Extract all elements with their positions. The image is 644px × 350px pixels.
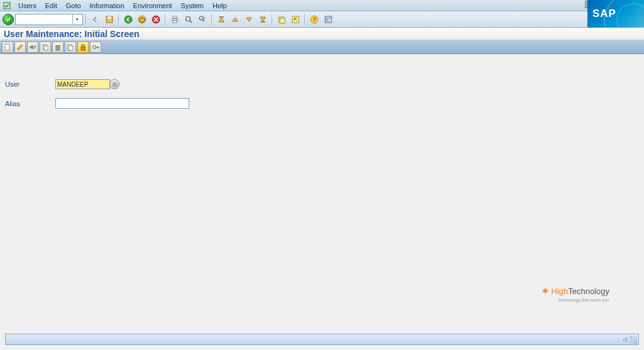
shortcut-button[interactable] bbox=[289, 13, 302, 26]
svg-text:✓: ✓ bbox=[35, 43, 36, 47]
status-expand-icon[interactable]: ◁ bbox=[623, 336, 627, 342]
transaction-title: User Maintenance: Initial Screen bbox=[0, 28, 644, 40]
separator bbox=[165, 14, 166, 25]
svg-rect-25 bbox=[5, 44, 9, 50]
help-button[interactable]: ? bbox=[308, 13, 321, 26]
svg-line-10 bbox=[190, 21, 192, 23]
content-area: User Alias ✶ HighTechnology Technology t… bbox=[0, 54, 644, 331]
alias-input[interactable] bbox=[55, 98, 189, 109]
svg-point-3 bbox=[125, 16, 132, 23]
delete-button[interactable] bbox=[52, 41, 64, 53]
separator bbox=[272, 14, 273, 25]
command-field[interactable] bbox=[16, 15, 72, 24]
change-button[interactable] bbox=[14, 41, 26, 53]
svg-point-37 bbox=[93, 45, 96, 48]
display-button[interactable]: ✓ bbox=[27, 41, 38, 53]
last-page-button[interactable] bbox=[257, 13, 269, 26]
lock-unlock-button[interactable] bbox=[77, 41, 89, 53]
user-search-help-button[interactable] bbox=[109, 79, 119, 89]
menu-environment[interactable]: Environment bbox=[129, 2, 177, 9]
watermark-tagline: Technology that touch you bbox=[558, 298, 609, 302]
separator bbox=[304, 14, 306, 25]
menu-information[interactable]: Information bbox=[86, 2, 129, 9]
user-input[interactable] bbox=[55, 79, 110, 89]
command-dropdown[interactable]: ▾ bbox=[72, 14, 81, 25]
svg-rect-24 bbox=[326, 21, 329, 21]
menu-help[interactable]: Help bbox=[208, 2, 231, 9]
svg-point-11 bbox=[199, 16, 203, 20]
menu-bar: Users Edit Goto Information Environment … bbox=[0, 0, 644, 11]
back-nav-button[interactable] bbox=[122, 13, 135, 26]
resize-grip[interactable] bbox=[630, 336, 637, 344]
application-toolbar: ✓ bbox=[0, 40, 644, 54]
svg-text:?: ? bbox=[313, 16, 316, 23]
svg-rect-30 bbox=[56, 46, 60, 50]
watermark-text: HighTechnology bbox=[551, 287, 609, 296]
create-button[interactable] bbox=[2, 41, 13, 53]
svg-rect-31 bbox=[55, 45, 60, 46]
separator bbox=[86, 14, 87, 25]
svg-rect-17 bbox=[280, 18, 285, 23]
user-field-row: User bbox=[5, 79, 639, 89]
svg-line-12 bbox=[203, 19, 205, 21]
cancel-button[interactable] bbox=[150, 13, 162, 26]
find-button[interactable] bbox=[182, 13, 195, 26]
status-bar: ◁ bbox=[5, 334, 639, 345]
command-field-wrapper: ▾ bbox=[15, 14, 83, 25]
exit-button[interactable] bbox=[136, 13, 148, 26]
standard-toolbar: ▾ + ? bbox=[0, 11, 644, 28]
separator bbox=[118, 14, 119, 25]
svg-rect-7 bbox=[173, 16, 177, 18]
svg-rect-8 bbox=[173, 21, 177, 23]
title-text: User Maintenance: Initial Screen bbox=[4, 29, 140, 39]
menu-edit[interactable]: Edit bbox=[41, 2, 62, 9]
find-next-button[interactable]: + bbox=[196, 13, 209, 26]
svg-point-26 bbox=[31, 46, 33, 48]
menu-goto[interactable]: Goto bbox=[62, 2, 86, 9]
print-button[interactable] bbox=[169, 13, 181, 26]
copy-button[interactable] bbox=[40, 41, 51, 53]
alias-label: Alias bbox=[5, 100, 55, 107]
svg-rect-29 bbox=[44, 46, 48, 50]
program-icon[interactable] bbox=[3, 1, 11, 10]
password-button[interactable] bbox=[90, 41, 101, 53]
user-label: User bbox=[5, 80, 55, 88]
watermark: ✶ HighTechnology bbox=[541, 286, 609, 296]
next-page-button[interactable] bbox=[243, 13, 255, 26]
svg-rect-23 bbox=[326, 19, 328, 20]
new-session-button[interactable] bbox=[275, 13, 288, 26]
back-button[interactable] bbox=[89, 13, 102, 26]
separator bbox=[211, 14, 213, 25]
svg-rect-2 bbox=[108, 16, 111, 19]
sap-logo: SAP bbox=[587, 0, 644, 28]
first-page-button[interactable] bbox=[215, 13, 228, 26]
watermark-icon: ✶ bbox=[541, 286, 549, 296]
layout-button[interactable] bbox=[322, 13, 335, 26]
sap-logo-text: SAP bbox=[592, 8, 616, 20]
svg-rect-36 bbox=[81, 47, 85, 50]
svg-rect-35 bbox=[69, 46, 73, 50]
svg-point-42 bbox=[114, 84, 115, 85]
overview-button[interactable] bbox=[65, 41, 76, 53]
save-button[interactable] bbox=[103, 13, 116, 26]
alias-field-row: Alias bbox=[5, 98, 639, 109]
menu-users[interactable]: Users bbox=[14, 2, 41, 9]
menu-system[interactable]: System bbox=[176, 2, 208, 9]
svg-text:+: + bbox=[204, 16, 206, 19]
prev-page-button[interactable] bbox=[229, 13, 242, 26]
user-input-wrapper bbox=[55, 79, 119, 89]
svg-point-9 bbox=[186, 16, 191, 21]
enter-button[interactable] bbox=[3, 14, 14, 25]
